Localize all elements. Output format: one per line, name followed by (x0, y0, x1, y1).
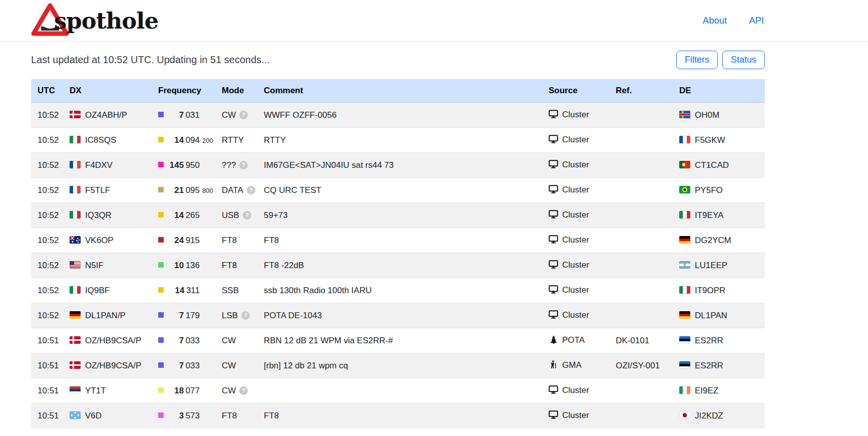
frequency-cell: 145 950 (152, 153, 215, 178)
column-header-ref: Ref. (609, 79, 673, 103)
de-callsign[interactable]: DL1PAN (695, 311, 727, 320)
dx-callsign[interactable]: IC8SQS (85, 135, 116, 145)
mode-help-icon[interactable]: ? (247, 186, 255, 194)
frequency-mhz: 7 (179, 361, 184, 370)
nav-link-about[interactable]: About (703, 15, 727, 26)
de-callsign[interactable]: IT9OPR (695, 286, 725, 295)
ar-flag-icon (679, 261, 690, 269)
frequency-cell: 14 311 (152, 278, 215, 303)
monitor-icon (549, 385, 558, 396)
dx-callsign[interactable]: YT1T (85, 386, 106, 395)
de-callsign[interactable]: EI9EZ (695, 386, 718, 395)
source-cell: GMA (542, 353, 609, 378)
mode-help-icon[interactable]: ? (239, 161, 248, 169)
header-nav: About API (703, 15, 765, 26)
mode-help-icon[interactable]: ? (239, 111, 248, 119)
dx-callsign[interactable]: F4DXV (85, 160, 113, 170)
column-header-utc: UTC (31, 79, 63, 103)
source-label: Cluster (562, 285, 589, 295)
dx-cell: V6D (63, 403, 152, 428)
frequency-mhz: 145 (170, 160, 184, 170)
frequency-value: 10 136 (168, 261, 200, 271)
frequency-khz: 077 (186, 386, 200, 395)
fr-flag-icon (679, 136, 690, 143)
frequency-mhz: 21 (174, 185, 184, 195)
frequency-cell: 14 094200 (152, 128, 215, 153)
comment-cell: FT8 (257, 228, 542, 253)
de-cell: EI9EZ (673, 378, 765, 403)
mode-label: CW (222, 110, 236, 120)
dx-callsign[interactable]: IQ3QR (85, 210, 112, 220)
dx-callsign[interactable]: VK6OP (85, 236, 114, 245)
status-button[interactable]: Status (722, 51, 765, 69)
de-callsign[interactable]: ES2RR (695, 361, 723, 370)
de-callsign[interactable]: IT9EYA (695, 210, 723, 220)
frequency-khz: 573 (186, 411, 200, 420)
monitor-icon (549, 160, 558, 171)
spothole-logo[interactable]: spothole (31, 3, 158, 39)
filters-button[interactable]: Filters (676, 51, 718, 69)
ref-cell (609, 278, 673, 303)
de-callsign[interactable]: ES2RR (695, 336, 723, 345)
frequency-mhz: 7 (179, 311, 184, 320)
frequency-mhz: 3 (179, 411, 184, 420)
spot-row: 10:52VK6OP24 915FT8FT8ClusterDG2YCM (31, 228, 765, 253)
frequency-mhz: 7 (179, 110, 184, 120)
nav-link-api[interactable]: API (749, 15, 764, 26)
de-flag-icon (70, 311, 81, 319)
dx-callsign[interactable]: N5IF (85, 261, 104, 270)
mode-label: ??? (222, 160, 236, 170)
dx-cell: IQ9BF (63, 278, 152, 303)
frequency-mhz: 18 (174, 386, 184, 395)
mode-help-icon[interactable]: ? (243, 211, 251, 220)
de-callsign[interactable]: DG2YCM (695, 236, 731, 245)
monitor-icon (549, 135, 558, 146)
dx-callsign[interactable]: OZ/HB9CSA/P (85, 361, 141, 370)
ax-flag-icon (679, 111, 690, 118)
band-color-swatch (158, 137, 164, 142)
dx-callsign[interactable]: DL1PAN/P (85, 311, 126, 320)
de-callsign[interactable]: CT1CAD (695, 160, 729, 170)
utc-cell: 10:52 (31, 278, 63, 303)
de-cell: CT1CAD (673, 153, 765, 178)
dx-callsign[interactable]: OZ/HB9CSA/P (85, 336, 141, 345)
frequency-khz: 095 (186, 185, 200, 195)
de-callsign[interactable]: F5GKW (695, 135, 725, 145)
dx-cell: N5IF (63, 253, 152, 278)
de-cell: ES2RR (673, 353, 765, 378)
band-color-swatch (158, 262, 164, 268)
source-cell: Cluster (542, 278, 609, 303)
dx-callsign[interactable]: OZ4ABH/P (85, 110, 127, 120)
de-cell: OH0M (673, 103, 765, 128)
de-callsign[interactable]: LU1EEP (695, 261, 727, 270)
spot-row: 10:52IC8SQS14 094200RTTYRTTYClusterF5GKW (31, 128, 765, 153)
frequency-cell: 24 915 (152, 228, 215, 253)
mode-help-icon[interactable]: ? (241, 311, 250, 320)
column-header-dx: DX (63, 79, 152, 103)
dx-callsign[interactable]: F5TLF (85, 185, 110, 195)
band-color-swatch (158, 312, 164, 318)
mode-cell: CW (215, 353, 257, 378)
dx-callsign[interactable]: V6D (85, 411, 102, 420)
monitor-icon (549, 260, 558, 271)
mode-label: SSB (222, 286, 239, 295)
frequency-value: 18 077 (168, 386, 200, 396)
source-label: Cluster (562, 410, 589, 420)
dx-callsign[interactable]: IQ9BF (85, 286, 110, 295)
table-header-row: UTCDXFrequencyModeCommentSourceRef.DE (31, 79, 765, 103)
de-callsign[interactable]: JI2KDZ (695, 411, 723, 420)
de-callsign[interactable]: PY5FO (695, 185, 723, 195)
mode-label: CW (222, 386, 236, 395)
mode-label: CW (222, 336, 236, 345)
frequency-value: 145 950 (168, 160, 200, 170)
brand-title: spothole (54, 8, 158, 34)
de-cell: F5GKW (673, 128, 765, 153)
frequency-khz: 179 (186, 311, 200, 320)
mode-label: FT8 (222, 411, 237, 420)
mode-cell: FT8 (215, 228, 257, 253)
frequency-mhz: 14 (174, 210, 184, 220)
de-callsign[interactable]: OH0M (695, 110, 719, 120)
spot-row: 10:51OZ/HB9CSA/P7 033CW[rbn] 12 db 21 wp… (31, 353, 765, 378)
mode-help-icon[interactable]: ? (239, 386, 248, 395)
mode-cell: LSB? (215, 303, 257, 328)
